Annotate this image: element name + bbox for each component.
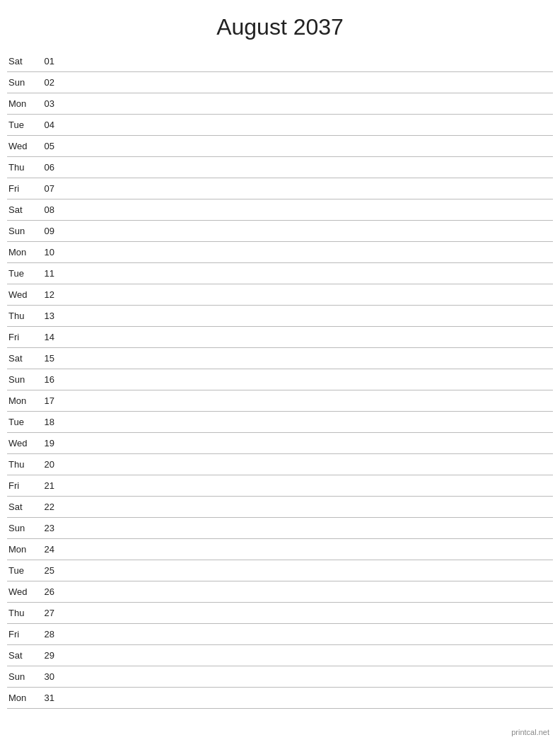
day-number: 20 bbox=[39, 459, 60, 470]
day-row: Thu13 bbox=[7, 306, 553, 327]
day-number: 04 bbox=[39, 120, 60, 130]
day-row: Thu06 bbox=[7, 157, 553, 178]
footer-credit: printcal.net bbox=[511, 728, 549, 736]
calendar-list: Sat01Sun02Mon03Tue04Wed05Thu06Fri07Sat08… bbox=[0, 51, 560, 709]
day-line bbox=[60, 82, 553, 83]
day-line bbox=[60, 422, 553, 422]
day-name: Mon bbox=[7, 247, 39, 257]
day-name: Fri bbox=[7, 332, 39, 342]
day-name: Wed bbox=[7, 586, 39, 597]
day-name: Sat bbox=[7, 353, 39, 364]
day-line bbox=[60, 443, 553, 444]
day-number: 29 bbox=[39, 650, 60, 661]
day-number: 21 bbox=[39, 480, 60, 491]
day-row: Sun23 bbox=[7, 518, 553, 539]
day-row: Fri21 bbox=[7, 475, 553, 497]
day-line bbox=[60, 61, 553, 62]
day-name: Sat bbox=[7, 650, 39, 661]
day-name: Thu bbox=[7, 162, 39, 173]
day-line bbox=[60, 528, 553, 528]
day-row: Mon10 bbox=[7, 242, 553, 263]
day-line bbox=[60, 506, 553, 507]
day-name: Wed bbox=[7, 141, 39, 151]
day-line bbox=[60, 337, 553, 337]
day-number: 06 bbox=[39, 162, 60, 173]
day-number: 18 bbox=[39, 417, 60, 427]
day-number: 30 bbox=[39, 671, 60, 682]
day-name: Wed bbox=[7, 438, 39, 448]
day-line bbox=[60, 188, 553, 189]
day-row: Sat01 bbox=[7, 51, 553, 72]
day-line bbox=[60, 400, 553, 401]
day-line bbox=[60, 549, 553, 550]
page-title: August 2037 bbox=[0, 0, 560, 51]
day-row: Tue11 bbox=[7, 263, 553, 284]
day-line bbox=[60, 676, 553, 677]
day-number: 25 bbox=[39, 565, 60, 576]
day-name: Thu bbox=[7, 459, 39, 470]
day-row: Wed26 bbox=[7, 581, 553, 603]
day-row: Sat08 bbox=[7, 199, 553, 221]
day-line bbox=[60, 167, 553, 168]
day-row: Thu20 bbox=[7, 454, 553, 475]
day-line bbox=[60, 634, 553, 635]
day-number: 27 bbox=[39, 608, 60, 618]
day-line bbox=[60, 570, 553, 571]
day-row: Tue25 bbox=[7, 560, 553, 581]
day-number: 03 bbox=[39, 98, 60, 109]
day-name: Tue bbox=[7, 565, 39, 576]
day-row: Tue18 bbox=[7, 412, 553, 433]
day-number: 22 bbox=[39, 502, 60, 512]
day-name: Tue bbox=[7, 120, 39, 130]
day-name: Tue bbox=[7, 268, 39, 279]
day-number: 07 bbox=[39, 183, 60, 194]
day-row: Thu27 bbox=[7, 603, 553, 624]
day-number: 09 bbox=[39, 226, 60, 236]
day-name: Wed bbox=[7, 289, 39, 300]
day-row: Mon03 bbox=[7, 93, 553, 115]
day-line bbox=[60, 273, 553, 274]
day-name: Mon bbox=[7, 693, 39, 703]
day-name: Mon bbox=[7, 544, 39, 555]
day-row: Fri14 bbox=[7, 327, 553, 348]
day-row: Wed05 bbox=[7, 136, 553, 157]
day-number: 08 bbox=[39, 204, 60, 215]
day-row: Tue04 bbox=[7, 115, 553, 136]
day-line bbox=[60, 613, 553, 613]
day-name: Sat bbox=[7, 56, 39, 66]
day-number: 10 bbox=[39, 247, 60, 257]
day-name: Fri bbox=[7, 629, 39, 639]
day-row: Mon31 bbox=[7, 688, 553, 709]
day-number: 05 bbox=[39, 141, 60, 151]
day-number: 13 bbox=[39, 311, 60, 321]
day-number: 01 bbox=[39, 56, 60, 66]
day-row: Wed12 bbox=[7, 284, 553, 306]
day-row: Sat22 bbox=[7, 497, 553, 518]
day-line bbox=[60, 591, 553, 592]
day-number: 14 bbox=[39, 332, 60, 342]
day-name: Mon bbox=[7, 98, 39, 109]
day-row: Sat15 bbox=[7, 348, 553, 369]
day-row: Sun02 bbox=[7, 72, 553, 93]
day-line bbox=[60, 655, 553, 656]
day-row: Sat29 bbox=[7, 645, 553, 666]
day-name: Sun bbox=[7, 523, 39, 533]
day-line bbox=[60, 231, 553, 231]
day-name: Sun bbox=[7, 374, 39, 385]
day-row: Sun30 bbox=[7, 666, 553, 688]
day-line bbox=[60, 103, 553, 104]
day-row: Mon24 bbox=[7, 539, 553, 560]
day-line bbox=[60, 697, 553, 698]
day-name: Thu bbox=[7, 608, 39, 618]
day-number: 12 bbox=[39, 289, 60, 300]
day-line bbox=[60, 294, 553, 295]
day-line bbox=[60, 379, 553, 380]
day-line bbox=[60, 485, 553, 486]
day-name: Mon bbox=[7, 395, 39, 406]
day-line bbox=[60, 315, 553, 316]
day-name: Thu bbox=[7, 311, 39, 321]
day-name: Sun bbox=[7, 77, 39, 88]
day-line bbox=[60, 464, 553, 465]
day-row: Wed19 bbox=[7, 433, 553, 454]
day-name: Sun bbox=[7, 671, 39, 682]
